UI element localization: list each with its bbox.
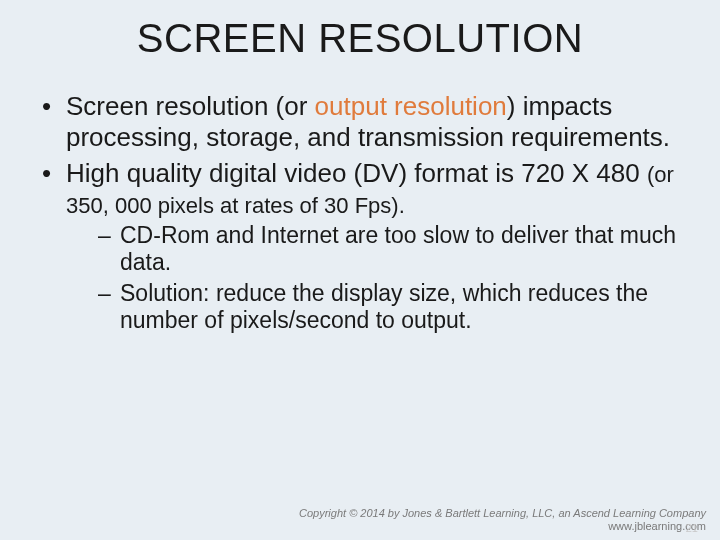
footer: Copyright © 2014 by Jones & Bartlett Lea…: [299, 507, 706, 535]
sub-bullet-2: Solution: reduce the display size, which…: [98, 280, 678, 334]
slide-body: Screen resolution (or output resolution)…: [0, 61, 720, 334]
sub-bullet-list: CD-Rom and Internet are too slow to deli…: [66, 222, 678, 335]
bullet-2-main: High quality digital video (DV) format i…: [66, 158, 647, 188]
page-number: 21: [686, 522, 698, 534]
bullet-1: Screen resolution (or output resolution)…: [42, 91, 678, 152]
bullet-1-pre: Screen resolution (or: [66, 91, 315, 121]
footer-copyright: Copyright © 2014 by Jones & Bartlett Lea…: [299, 507, 706, 521]
sub-bullet-1: CD-Rom and Internet are too slow to deli…: [98, 222, 678, 276]
slide: SCREEN RESOLUTION Screen resolution (or …: [0, 0, 720, 540]
bullet-list: Screen resolution (or output resolution)…: [42, 91, 678, 334]
bullet-2: High quality digital video (DV) format i…: [42, 158, 678, 334]
slide-title: SCREEN RESOLUTION: [0, 0, 720, 61]
bullet-1-accent: output resolution: [315, 91, 507, 121]
footer-url: www.jblearning.com: [299, 520, 706, 534]
